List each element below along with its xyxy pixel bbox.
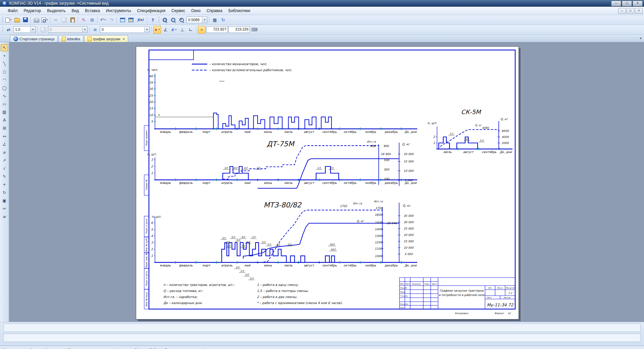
dropdown-arrow-icon[interactable]: ▼ [104,19,106,21]
table-tool[interactable]: ⊞ [1,124,8,132]
linear-dimension-tool[interactable]: ↔ [1,133,8,140]
new-window-button[interactable] [119,16,126,24]
spline-tool[interactable]: ∿ [1,92,8,100]
toolbar-grip[interactable] [2,16,3,23]
menu-editor[interactable]: Редактор [21,7,44,14]
measure-tool[interactable]: ≡ [1,213,8,220]
tab-list-dropdown-icon[interactable]: ▼ [639,37,642,40]
change-view-scale-button[interactable]: ▦ [211,16,219,24]
close-tab-icon[interactable]: × [123,37,125,41]
menu-specification[interactable]: Спецификация [134,7,168,14]
assoc-combo[interactable]: 0▼ [48,26,88,33]
layer-combo[interactable]: 0▼ [100,26,150,33]
menu-help[interactable]: Справка [204,7,225,14]
current-step-button[interactable]: ⇄ [5,26,12,34]
menu-window[interactable]: Окно [188,7,204,14]
dropdown-arrow-icon[interactable]: ▼ [46,19,48,21]
hatch-tool[interactable]: ▨ [1,108,8,116]
redo-button[interactable]: ↷ [108,16,115,24]
menu-libraries[interactable]: Библиотеки [225,7,253,14]
arrange-windows-button[interactable] [127,16,135,24]
global-snaps-button[interactable]: ∗▼ [153,26,161,34]
zoom-by-page-button[interactable] [161,16,169,24]
point-tool[interactable]: ∙ [1,52,8,59]
property-panel-row[interactable] [3,323,641,332]
keyboard-input-button[interactable]: ⌨ [251,26,258,34]
toolbar-grip[interactable] [158,16,160,23]
edit-tool[interactable]: ✎ [1,173,8,180]
menu-tools[interactable]: Инструменты [103,7,134,14]
variables-button[interactable]: ƒ(x) [136,16,146,24]
print-button[interactable] [33,16,40,24]
line-tool[interactable]: ╲ [1,60,8,67]
refresh-image-button[interactable]: ↻ [219,16,227,24]
chart-label: май [244,130,251,134]
diameter-dimension-tool[interactable]: ⌀ [1,149,8,156]
child-minimize-button[interactable]: — [618,8,626,14]
print-preview-button[interactable]: ▼ [41,16,49,24]
copy-button[interactable] [60,16,68,24]
cut-button[interactable]: ✂ [52,16,60,24]
dropdown-arrow-icon[interactable]: ▼ [10,19,12,21]
roughness-tool[interactable]: √ [1,165,8,172]
combo-dropdown-icon[interactable]: ▼ [82,27,87,32]
x-coordinate-field[interactable]: 722.827 [206,26,228,33]
combo-dropdown-icon[interactable]: ▼ [144,27,149,32]
child-close-button[interactable]: ✕ [635,8,643,14]
menu-view[interactable]: Вид [69,7,82,14]
menu-insert[interactable]: Вставка [82,7,103,14]
copy-object-tool[interactable]: ▣ [1,197,8,204]
drawing-sheet[interactable]: Перв. примен. Справ. № Подп. и дата Инв.… [136,46,519,319]
property-panel-row[interactable] [3,334,641,342]
arc-tool[interactable]: ◠ [1,76,8,84]
scale-combo[interactable]: 1.0▼ [13,26,36,33]
ortho-drawing-button[interactable]: ⊥ [178,26,186,34]
circle-tool[interactable]: ○ [1,68,8,76]
rotate-tool[interactable]: ↻ [1,189,8,196]
drawing-canvas[interactable]: Перв. примен. Справ. № Подп. и дата Инв.… [9,42,644,322]
chart-label: 1000 [375,254,382,258]
zoom-in-button[interactable] [178,16,185,24]
toolbar-grip[interactable] [2,26,3,33]
angle-dimension-tool[interactable]: ∠ [1,141,8,148]
new-document-button[interactable]: ▼ [5,16,12,24]
menu-file[interactable]: Файл [5,7,21,14]
layers-button[interactable]: ≋ [91,26,99,34]
cursor-coords-button[interactable]: + [198,26,206,34]
move-tool[interactable]: + [1,181,8,188]
text-tool[interactable]: A [1,116,8,124]
tab-grafik-zagruzki[interactable]: график загрузки × [84,35,128,42]
combo-dropdown-icon[interactable]: ▼ [202,17,207,22]
ellipse-tool[interactable]: ◯ [1,84,8,92]
child-restore-button[interactable]: ▢ [627,8,634,14]
angle-snap-button[interactable]: ∠ [162,26,169,34]
trim-tool[interactable]: ✂ [1,205,8,212]
close-button[interactable]: ✕ [633,1,643,6]
svg-text:Подп. и дата: Подп. и дата [145,271,148,286]
copy-properties-button[interactable] [39,26,47,34]
tab-start-page[interactable]: Стартовая страница [10,35,58,42]
context-help-button[interactable]: ? [149,16,157,24]
undo-button[interactable]: ↶▼ [99,16,107,24]
spreadsheet-button[interactable]: ⊞ [88,16,96,24]
menu-select[interactable]: Выделить [44,7,68,14]
tab-lebedka[interactable]: lebedka [58,35,84,42]
grid-button[interactable]: #▼ [170,26,178,34]
dropdown-arrow-icon[interactable]: ▼ [158,29,160,31]
format-brush-button[interactable]: ✎ [80,16,88,24]
leader-tool[interactable]: ↗ [1,157,8,164]
menu-service[interactable]: Сервис [168,7,188,14]
minimize-button[interactable]: — [611,1,621,6]
local-cs-button[interactable]: ∟ [187,26,195,34]
zoom-by-area-button[interactable] [169,16,177,24]
dropdown-arrow-icon[interactable]: ▼ [175,29,177,31]
rectangle-tool[interactable]: ▭ [1,100,8,108]
paste-button[interactable] [69,16,76,24]
y-coordinate-field[interactable]: 219.226 [228,26,250,33]
zoom-combo[interactable]: 0.5089▼ [186,16,207,23]
selection-tool[interactable]: ↖ [1,44,8,51]
maximize-button[interactable]: ▢ [622,1,632,6]
open-document-button[interactable] [13,16,21,24]
save-document-button[interactable] [21,16,29,24]
combo-dropdown-icon[interactable]: ▼ [30,27,35,32]
